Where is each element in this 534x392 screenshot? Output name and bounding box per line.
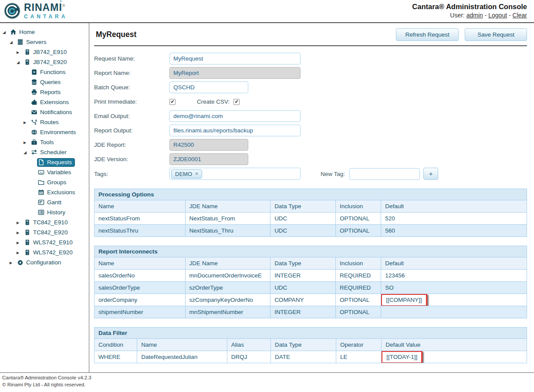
table-row[interactable]: salesOrderTypeszOrderTypeUDCREQUIREDSO (95, 282, 527, 294)
footer-version: Cantara® Administration Console v4.2.3 (2, 374, 534, 381)
app-window: RINAMI® CANTARA Cantara® Administration … (0, 0, 534, 392)
table-cell: INTEGER (270, 306, 336, 318)
table-cell: salesOrderType (95, 282, 186, 294)
new-tag-input[interactable] (349, 168, 420, 180)
tree-expander-icon[interactable] (17, 240, 23, 245)
table-row[interactable]: salesOrderNomnDocumentOrderInvoiceEINTEG… (95, 270, 527, 282)
batch-queue-input[interactable] (169, 81, 248, 93)
column-header: Alias (227, 339, 270, 351)
footer-copyright: © Rinami Pty Ltd - All rights reserved. (2, 381, 534, 388)
table-row[interactable]: WHEREDateRequestedJulianDRQJDATELE[[TODA… (95, 351, 527, 363)
sidebar-item-routes[interactable]: Routes (0, 117, 89, 127)
tree-expander-icon[interactable] (10, 260, 16, 265)
table-cell: 560 (381, 225, 527, 237)
table-cell: UDC (270, 282, 336, 294)
sidebar-item-history[interactable]: History (0, 207, 89, 217)
servers-icon (17, 39, 24, 46)
table-cell: OPTIONAL (336, 213, 381, 225)
sidebar-item-notifications[interactable]: Notifications (0, 107, 89, 117)
report-output-input[interactable] (169, 125, 301, 136)
sidebar-item-environments[interactable]: Environments (0, 127, 89, 137)
sidebar-item-scheduler[interactable]: Scheduler (0, 147, 89, 157)
tree-expander-icon[interactable] (17, 60, 23, 64)
sidebar-item-tc842-e920[interactable]: TC842_E920 (0, 227, 89, 237)
variables-icon (38, 169, 45, 176)
sidebar-item-configuration[interactable]: Configuration (0, 257, 89, 267)
jde-version-label: JDE Version: (94, 156, 169, 162)
logout-link[interactable]: Logout (488, 12, 507, 19)
table-cell: mnShipmentNumber (185, 306, 270, 318)
sidebar-item-gantt[interactable]: Gantt (0, 197, 89, 207)
column-header: Default (381, 257, 527, 270)
sidebar-item-jb742-e920[interactable]: JB742_E920 (0, 57, 89, 67)
column-header: JDE Name (185, 200, 270, 213)
processing-options-title: Processing Options (94, 189, 527, 200)
sidebar-item-queries[interactable]: Queries (0, 77, 89, 87)
sidebar-item-wls742-e910[interactable]: WLS742_E910 (0, 237, 89, 247)
sidebar-item-label: Exclusions (47, 189, 75, 196)
sidebar-item-exclusions[interactable]: Exclusions (0, 187, 89, 197)
configuration-icon (17, 259, 24, 266)
jde-version-input (169, 153, 248, 165)
sidebar-item-variables[interactable]: Variables (0, 167, 89, 177)
sidebar-item-extensions[interactable]: Extensions (0, 97, 89, 107)
tree-expander-icon[interactable] (10, 40, 16, 44)
sidebar-item-tools[interactable]: Tools (0, 137, 89, 147)
table-row[interactable]: nextStatusFromNextStatus_FromUDCOPTIONAL… (95, 213, 527, 225)
sidebar-item-jb742-e910[interactable]: JB742_E910 (0, 47, 89, 57)
save-request-button[interactable]: Save Request (465, 28, 527, 41)
table-row[interactable]: nextStatusThruNextStatus_ThruUDCOPTIONAL… (95, 225, 527, 237)
sidebar-item-functions[interactable]: Functions (0, 67, 89, 77)
sidebar-item-tc842-e910[interactable]: TC842_E910 (0, 217, 89, 227)
sidebar: HomeServersJB742_E910JB742_E920Functions… (0, 23, 89, 372)
column-header: Operator (336, 339, 382, 351)
functions-icon (31, 69, 38, 76)
column-header: Data Type (271, 339, 336, 351)
sidebar-item-requests[interactable]: Requests (0, 157, 89, 167)
batch-queue-label: Batch Queue: (94, 84, 169, 91)
create-csv-checkbox[interactable] (233, 99, 240, 105)
sidebar-item-wls742-e920[interactable]: WLS742_E920 (0, 247, 89, 257)
reports-icon (31, 89, 38, 96)
table-cell: INTEGER (270, 270, 336, 282)
table-cell: REQUIRED (336, 282, 381, 294)
tree-expander-icon[interactable] (17, 230, 23, 235)
print-immediate-checkbox[interactable] (169, 99, 176, 105)
tree-expander-icon[interactable] (17, 220, 23, 225)
logo-text: RINAMI® CANTARA (24, 3, 68, 19)
tree-expander-icon[interactable] (24, 140, 30, 145)
environments-icon (31, 129, 38, 136)
table-row[interactable]: shipmentNumbermnShipmentNumberINTEGEROPT… (95, 306, 527, 318)
tags-input[interactable]: DEMO × (169, 168, 301, 180)
sidebar-item-home[interactable]: Home (0, 27, 89, 37)
refresh-request-button[interactable]: Refresh Request (396, 28, 458, 41)
table-cell: 520 (381, 213, 527, 225)
tags-label: Tags: (94, 171, 169, 177)
create-csv-label: Create CSV: (197, 98, 230, 105)
routes-icon (31, 119, 38, 126)
user-name-link[interactable]: admin (466, 12, 483, 19)
request-name-input[interactable] (169, 53, 301, 64)
table-cell: [[TODAY-1]] (382, 351, 527, 363)
table-row[interactable]: orderCompanyszCompanyKeyOrderNoCOMPANYOP… (95, 294, 527, 306)
email-output-input[interactable] (169, 110, 301, 122)
tree-expander-icon[interactable] (24, 120, 30, 125)
sidebar-item-groups[interactable]: Groups (0, 177, 89, 187)
sidebar-item-label: Tools (40, 139, 54, 145)
table-cell: DRQJ (227, 351, 270, 363)
tree-expander-icon[interactable] (24, 150, 30, 155)
sidebar-item-servers[interactable]: Servers (0, 37, 89, 47)
tree-expander-icon[interactable] (17, 50, 23, 54)
table-cell: REQUIRED (336, 270, 381, 282)
gantt-icon (38, 199, 45, 206)
add-tag-button[interactable]: + (423, 168, 438, 180)
table-cell (381, 306, 527, 318)
table-cell: orderCompany (95, 294, 186, 306)
sidebar-item-label: Reports (40, 89, 61, 95)
tag-remove-icon[interactable]: × (195, 171, 198, 176)
rinami-cantara-logo[interactable]: RINAMI® CANTARA (3, 2, 68, 20)
clear-link[interactable]: Clear (513, 12, 527, 19)
tree-expander-icon[interactable] (3, 30, 9, 34)
sidebar-item-reports[interactable]: Reports (0, 87, 89, 97)
tree-expander-icon[interactable] (17, 250, 23, 255)
